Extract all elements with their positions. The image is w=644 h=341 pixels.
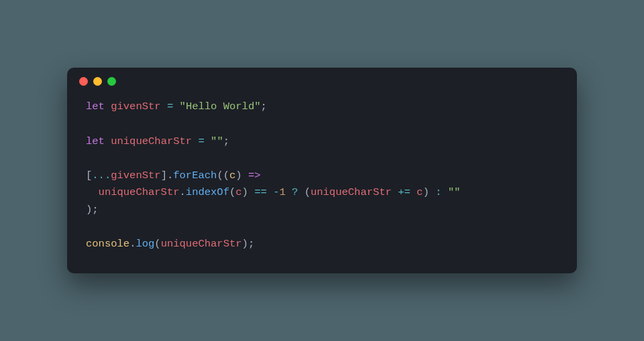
method-indexof: indexOf [186,186,229,198]
bracket-open: [ [86,169,92,182]
paren-open: ( [229,186,235,198]
code-line-7: ); [86,204,99,216]
paren-close-semi: ); [86,204,99,216]
string-literal: "Hello World" [180,100,261,113]
identifier: givenStr [111,100,160,113]
code-line-3: let uniqueCharStr = ""; [86,135,229,147]
operator-pluseq: += [392,186,417,198]
paren-close-semi: ); [242,238,255,250]
identifier: uniqueCharStr [161,238,242,250]
method-log: log [136,238,154,250]
close-icon[interactable] [79,77,88,86]
semicolon: ; [223,135,229,147]
method-foreach: forEach [173,169,217,182]
code-line-1: let givenStr = "Hello World"; [86,100,267,113]
code-window: let givenStr = "Hello World"; let unique… [67,68,577,273]
operator-assign: = [198,135,204,147]
paren-close: ) [235,169,241,182]
identifier: uniqueCharStr [111,135,192,147]
code-line-9: console.log(uniqueCharStr); [86,238,254,250]
keyword-let: let [86,135,105,147]
paren-close: ) [423,186,429,198]
keyword-let: let [86,100,105,113]
object-console: console [86,238,129,250]
operator-eq: == [248,186,273,198]
dot: . [180,186,186,198]
arrow: => [242,169,261,182]
code-line-6: uniqueCharStr.indexOf(c) == -1 ? (unique… [86,186,460,198]
indent [86,186,99,198]
spread-operator: ... [92,169,111,182]
identifier: uniqueCharStr [311,186,392,198]
paren-open: (( [217,169,229,182]
code-line-5: [...givenStr].forEach((c) => [86,169,261,182]
bracket-close-dot: ]. [161,169,174,182]
string-literal: "" [211,135,223,147]
string-literal: "" [448,186,461,198]
titlebar [67,68,577,94]
ternary-c: : [429,186,448,198]
zoom-icon[interactable] [107,77,116,86]
minimize-icon[interactable] [93,77,102,86]
paren-open: ( [305,186,311,198]
semicolon: ; [261,100,267,113]
viewport: let givenStr = "Hello World"; let unique… [0,0,644,341]
identifier: givenStr [111,169,160,182]
number-literal: 1 [279,186,285,198]
paren-open: ( [154,238,160,250]
parameter: c [229,169,235,182]
operator-assign: = [167,100,173,113]
code-editor[interactable]: let givenStr = "Hello World"; let unique… [67,94,577,273]
parameter: c [235,186,241,198]
ternary-q: ? [286,186,305,198]
identifier: uniqueCharStr [99,186,180,198]
paren-close: ) [242,186,248,198]
